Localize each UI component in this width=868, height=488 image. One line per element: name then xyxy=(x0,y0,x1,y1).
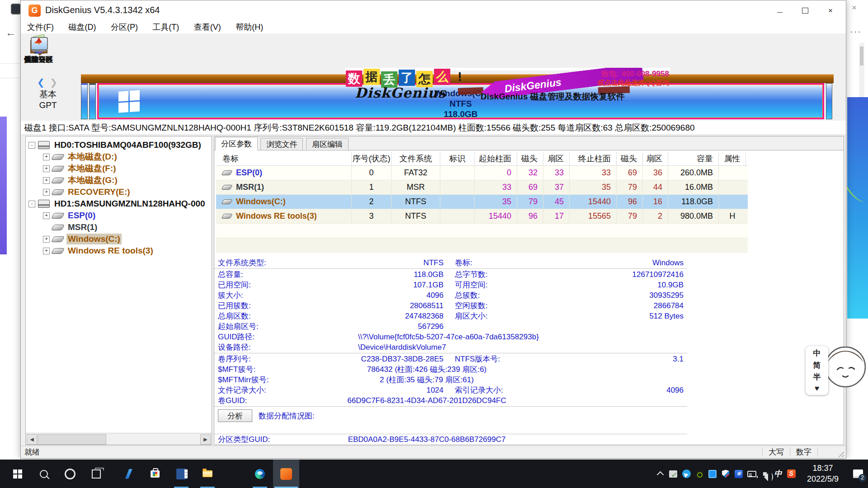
tree-item[interactable]: + 本地磁盘(G:) xyxy=(26,174,212,186)
taskbar-button[interactable] xyxy=(57,460,83,488)
scrollbar-thumb[interactable] xyxy=(38,434,106,445)
taskbar-button[interactable] xyxy=(142,460,168,488)
expander-icon[interactable]: - xyxy=(28,142,35,149)
taskbar-button[interactable] xyxy=(83,460,109,488)
scroll-right-icon[interactable]: ▶ xyxy=(200,434,211,445)
taskbar-button[interactable] xyxy=(168,460,194,488)
column-header[interactable]: 终止柱面 xyxy=(570,152,617,165)
tree-item[interactable]: + Windows RE tools(3) xyxy=(26,245,212,257)
tree-item[interactable]: + 本地磁盘(F:) xyxy=(26,163,212,174)
column-header[interactable]: 磁头 xyxy=(617,152,643,165)
caps-indicator: 大写 xyxy=(764,447,789,457)
partition-block-re-tools[interactable] xyxy=(826,83,832,119)
detail-row: 已用簇数:28068511 空闲簇数:2866784 xyxy=(214,300,687,311)
tab[interactable]: 扇区编辑 xyxy=(306,138,349,150)
column-header[interactable]: 属性 xyxy=(719,152,746,165)
tree-item[interactable]: MSR(1) xyxy=(26,221,212,233)
close-button[interactable]: × xyxy=(818,0,843,21)
tree-item[interactable]: - HD0:TOSHIBAMQ04ABF100(932GB) xyxy=(26,139,212,151)
menu-item[interactable]: 帮助(H) xyxy=(229,21,269,33)
ime-status-item[interactable]: ♥ xyxy=(815,384,819,393)
menu-item[interactable]: 查看(V) xyxy=(188,21,227,33)
tray-icon[interactable] xyxy=(747,469,756,479)
partition-block-esp[interactable] xyxy=(81,83,88,119)
taskbar-button[interactable] xyxy=(5,460,31,488)
taskbar-button[interactable] xyxy=(194,460,221,488)
ime-status-item[interactable]: 半 xyxy=(813,372,821,382)
expander-icon[interactable] xyxy=(43,224,50,231)
expander-icon[interactable]: + xyxy=(43,189,50,196)
expander-icon[interactable]: + xyxy=(43,177,50,184)
column-header[interactable]: 扇区 xyxy=(643,152,668,165)
column-header[interactable]: 磁头 xyxy=(517,152,543,165)
back-arrow-icon[interactable]: ← xyxy=(5,26,16,39)
tray-icon[interactable] xyxy=(774,469,783,479)
tree-item[interactable]: + RECOVERY(E:) xyxy=(26,186,212,198)
minimize-button[interactable] xyxy=(767,0,793,21)
ime-status-item[interactable]: 简 xyxy=(813,360,821,371)
tree-horizontal-scrollbar[interactable]: ◀ ▶ xyxy=(26,433,212,445)
ime-status-widget[interactable]: 中简半♥ xyxy=(806,346,828,395)
maximize-button[interactable] xyxy=(793,0,818,21)
table-row[interactable]: ESP(0) 0 FAT32 0 32 33 33 69 36 260.0MB xyxy=(216,166,748,180)
more-options-icon[interactable]: ··· xyxy=(850,26,862,37)
taskbar-button[interactable] xyxy=(116,460,142,488)
tray-icon[interactable] xyxy=(669,469,678,479)
background-scrollbar[interactable] xyxy=(859,43,864,97)
next-disk-icon[interactable]: ❯ xyxy=(50,77,57,87)
tray-icon[interactable] xyxy=(734,469,743,479)
column-header[interactable]: 容量 xyxy=(668,152,719,165)
prev-disk-icon[interactable]: ❮ xyxy=(37,77,45,87)
column-header[interactable]: 序号(状态) xyxy=(352,152,392,165)
column-header[interactable]: 卷标 xyxy=(216,152,352,165)
resize-grip[interactable] xyxy=(837,450,844,457)
analyze-button[interactable]: 分析 xyxy=(218,409,252,422)
menu-item[interactable]: 分区(P) xyxy=(104,21,144,33)
tray-icon[interactable] xyxy=(760,469,769,479)
table-row[interactable]: MSR(1) 1 MSR 33 69 37 35 79 44 16.0MB xyxy=(216,180,748,195)
column-header[interactable]: 扇区 xyxy=(543,152,570,165)
taskbar-button[interactable] xyxy=(221,460,247,488)
tray-icon[interactable] xyxy=(787,469,796,479)
titlebar[interactable]: G DiskGenius V5.4.3.1342 x64 × xyxy=(21,0,846,21)
banner-qq-link[interactable]: 或点击此处选择QQ咨询 xyxy=(579,79,669,87)
tray-icon[interactable] xyxy=(682,469,691,479)
partition-block-msr[interactable] xyxy=(89,83,96,119)
ime-status-item[interactable]: 中 xyxy=(813,348,821,358)
drive-icon xyxy=(51,189,65,195)
table-row[interactable]: Windows(C:) 2 NTFS 35 79 45 15440 96 16 … xyxy=(216,195,748,209)
menu-item[interactable]: 磁盘(D) xyxy=(62,21,102,33)
taskbar-button[interactable] xyxy=(247,460,273,488)
tab[interactable]: 浏览文件 xyxy=(260,138,303,150)
expander-icon[interactable]: + xyxy=(43,154,50,160)
column-header[interactable]: 起始柱面 xyxy=(475,152,517,165)
banner-tile: 么 xyxy=(434,69,450,85)
action-center-button[interactable]: 2 xyxy=(848,460,868,488)
table-row[interactable]: Windows RE tools(3) 3 NTFS 15440 96 17 1… xyxy=(216,209,748,224)
menu-item[interactable]: 工具(T) xyxy=(146,21,185,33)
scroll-left-icon[interactable]: ◀ xyxy=(27,434,37,445)
tray-icon[interactable] xyxy=(656,469,665,479)
tree-item[interactable]: - HD1:SAMSUNGMZNLN128HAHQ-000 xyxy=(26,198,212,210)
disk-nav-arrows[interactable]: ❮ ❯ xyxy=(37,77,57,88)
expander-icon[interactable]: - xyxy=(28,201,35,207)
tree-item[interactable]: + Windows(C:) xyxy=(26,233,212,245)
tree-item[interactable]: + 本地磁盘(D:) xyxy=(26,151,212,163)
tray-icon[interactable] xyxy=(708,469,717,479)
tray-icon[interactable] xyxy=(695,469,704,479)
column-header[interactable]: 标识 xyxy=(440,152,475,165)
taskbar-button[interactable] xyxy=(31,460,57,488)
menu-item[interactable]: 文件(F) xyxy=(21,21,60,33)
expander-icon[interactable]: + xyxy=(43,212,50,219)
column-header[interactable]: 文件系统 xyxy=(392,152,440,165)
taskbar-button[interactable] xyxy=(273,460,299,488)
tray-icon[interactable] xyxy=(721,469,730,479)
expander-icon[interactable]: + xyxy=(43,248,50,254)
taskbar-clock[interactable]: 18:37 2022/5/9 xyxy=(802,463,844,484)
expander-icon[interactable]: + xyxy=(43,165,50,172)
tree-item[interactable]: + ESP(0) xyxy=(26,210,212,221)
banner-contact[interactable]: 致电: 400-008-9958 或点击此处选择QQ咨询 xyxy=(579,69,669,87)
tab[interactable]: 分区参数 xyxy=(215,137,258,150)
background-close-icon[interactable]: × xyxy=(852,3,857,13)
expander-icon[interactable]: + xyxy=(43,236,50,243)
